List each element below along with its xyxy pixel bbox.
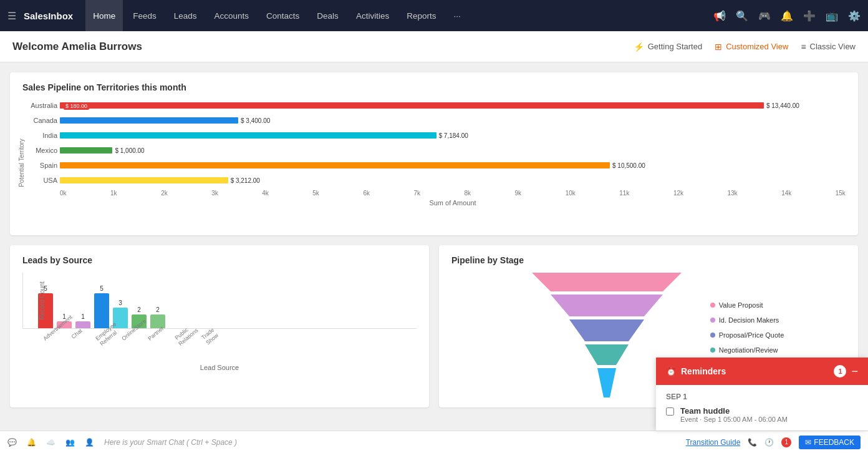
vbar-trade-show: 2 xyxy=(150,306,165,328)
reminder-item-subtitle: Event · Sep 1 05:00 AM - 06:00 AM xyxy=(680,416,788,423)
nav-item-accounts[interactable]: Accounts xyxy=(207,0,257,31)
settings-icon[interactable]: ⚙️ xyxy=(848,10,861,22)
reminders-body: SEP 1 Team huddle Event · Sep 1 05:00 AM… xyxy=(656,385,868,431)
hbar-chart: Australia $ 13,440.00 $ 180.00 Canada $ … xyxy=(22,100,846,225)
people-icon: 👥 xyxy=(65,438,75,447)
view-controls: ⚡ Getting Started ⊞ Customized View ≡ Cl… xyxy=(634,42,856,52)
classic-view-btn[interactable]: ≡ Classic View xyxy=(801,42,856,52)
list-icon: ≡ xyxy=(801,42,806,52)
plus-icon[interactable]: ➕ xyxy=(803,10,816,22)
hbar-row-mexico: Mexico $ 1,000.00 xyxy=(60,145,846,156)
smart-chat-input[interactable]: Here is your Smart Chat ( Ctrl + Space ) xyxy=(104,438,676,447)
svg-marker-2 xyxy=(569,319,644,341)
reminders-panel: ⏰ Reminders 1 − SEP 1 Team huddle Event … xyxy=(656,358,868,431)
cloud-icon: ☁️ xyxy=(46,438,55,447)
gamepad-icon[interactable]: 🎮 xyxy=(758,10,771,22)
customized-view-btn[interactable]: ⊞ Customized View xyxy=(715,42,788,52)
nav-item-more[interactable]: ··· xyxy=(446,0,468,31)
nav-item-home[interactable]: Home xyxy=(85,0,123,31)
sales-pipeline-card: Sales Pipeline on Territories this month… xyxy=(10,72,858,235)
nav-icons: 📢 🔍 🎮 🔔 ➕ 📺 ⚙️ xyxy=(713,10,861,22)
top-nav: ☰ SalesInbox Home Feeds Leads Accounts C… xyxy=(0,0,868,31)
clock-reminders-icon: ⏰ xyxy=(666,367,676,376)
nav-item-reports[interactable]: Reports xyxy=(399,0,443,31)
page-title: Welcome Amelia Burrows xyxy=(12,41,634,53)
svg-marker-3 xyxy=(585,344,629,365)
transition-guide-link[interactable]: Transition Guide xyxy=(686,438,741,447)
screen-icon[interactable]: 📺 xyxy=(826,10,838,22)
lead-source-label: Lead Source xyxy=(22,364,417,371)
reminders-count-badge: 1 xyxy=(834,365,846,378)
vbar-employee-referral: 1 xyxy=(75,313,90,328)
clock-icon[interactable]: 🕐 xyxy=(764,438,774,447)
sales-pipeline-chart: Potential Territory Australia $ 13,440.0… xyxy=(22,100,846,225)
lightning-icon: ⚡ xyxy=(634,42,644,52)
hbar-row-usa: USA $ 3,212.00 xyxy=(60,175,846,186)
grid-icon: ⊞ xyxy=(715,42,722,52)
nav-item-activities[interactable]: Activities xyxy=(349,0,397,31)
reminders-date: SEP 1 xyxy=(666,392,858,401)
hbar-row-spain: Spain $ 10,500.00 xyxy=(60,160,846,171)
subheader: Welcome Amelia Burrows ⚡ Getting Started… xyxy=(0,31,868,62)
bottombar: 💬 🔔 ☁️ 👥 👤 Here is your Smart Chat ( Ctr… xyxy=(0,431,868,453)
phone-icon[interactable]: 📞 xyxy=(748,438,757,447)
notification-badge: 1 xyxy=(781,437,791,447)
person-icon: 👤 xyxy=(85,438,94,447)
reminder-item-title: Team huddle xyxy=(680,406,788,416)
x-axis: 0k 1k 2k 3k 4k 5k 6k 7k 8k 9k 10k 11k 12… xyxy=(60,190,846,197)
xaxis-label: Sum of Amount xyxy=(60,199,846,207)
hbar-row-canada: Canada $ 3,400.00 xyxy=(60,115,846,126)
vbar-onlinestore: 5 xyxy=(94,285,109,328)
hbar-row-india: India $ 7,184.00 xyxy=(60,130,846,141)
menu-icon[interactable]: ☰ xyxy=(7,10,16,22)
leads-by-source-title: Leads by Source xyxy=(22,255,417,265)
nav-item-contacts[interactable]: Contacts xyxy=(259,0,307,31)
chat-icon: 💬 xyxy=(7,438,17,447)
bell-icon[interactable]: 🔔 xyxy=(781,10,793,22)
reminder-checkbox[interactable] xyxy=(666,407,674,416)
nav-item-leads[interactable]: Leads xyxy=(166,0,205,31)
getting-started-btn[interactable]: ⚡ Getting Started xyxy=(634,42,702,52)
reminders-header: ⏰ Reminders 1 − xyxy=(656,358,868,385)
search-icon[interactable]: 🔍 xyxy=(736,10,748,22)
brand-logo: SalesInbox xyxy=(24,11,73,21)
svg-marker-0 xyxy=(532,273,682,291)
reminder-item: Team huddle Event · Sep 1 05:00 AM - 06:… xyxy=(666,406,858,423)
feedback-button[interactable]: ✉ FEEDBACK xyxy=(799,436,861,449)
reminders-minimize-btn[interactable]: − xyxy=(851,366,858,377)
nav-item-deals[interactable]: Deals xyxy=(309,0,346,31)
vbar-area: Record Count 5 1 1 xyxy=(22,273,417,329)
pipeline-by-stage-title: Pipeline by Stage xyxy=(451,255,846,265)
announcements-icon[interactable]: 📢 xyxy=(713,10,726,22)
svg-marker-4 xyxy=(597,368,616,397)
sales-pipeline-title: Sales Pipeline on Territories this month xyxy=(22,82,846,92)
leads-by-source-card: Leads by Source Record Count 5 1 xyxy=(10,245,429,407)
nav-item-feeds[interactable]: Feeds xyxy=(125,0,164,31)
svg-marker-1 xyxy=(551,295,663,316)
bell-bottom-icon: 🔔 xyxy=(27,438,36,447)
feedback-icon: ✉ xyxy=(805,438,811,447)
hbar-row-australia: Australia $ 13,440.00 xyxy=(60,100,846,111)
reminders-title: Reminders xyxy=(681,366,829,376)
